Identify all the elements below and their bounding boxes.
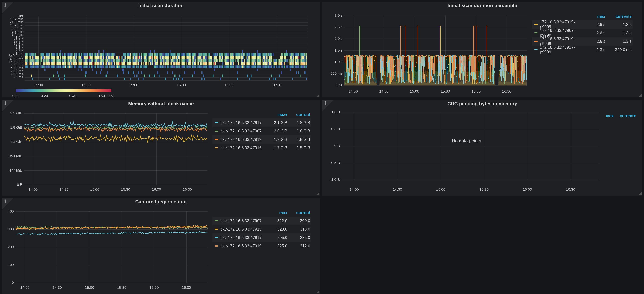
legend-series-name[interactable]: 172.16.5.33:47917-p9999 bbox=[532, 45, 584, 54]
legend-series-name[interactable]: tikv-172.16.5.33:47907 bbox=[212, 218, 268, 223]
series-current-value: 285.0 bbox=[287, 235, 311, 240]
legend-row: tikv-172.16.5.33:479191.9 GiB1.8 GiB bbox=[212, 135, 311, 144]
series-max-value: 2.6 s bbox=[584, 31, 605, 36]
series-color-swatch bbox=[215, 246, 218, 246]
legend-sort-current[interactable]: current▾ bbox=[620, 114, 636, 118]
panel-title[interactable]: Captured region count bbox=[2, 199, 320, 205]
legend-header: maxcurrent bbox=[212, 209, 311, 216]
panel-captured-region-count: i Captured region count maxcurrenttikv-1… bbox=[2, 198, 320, 294]
series-max-value: 2.6 s bbox=[584, 39, 605, 44]
series-color-swatch bbox=[215, 220, 218, 221]
legend-sort-current[interactable]: current bbox=[287, 210, 311, 215]
panel-title[interactable]: Initial scan duration percentile bbox=[322, 3, 642, 8]
legend-series-name[interactable]: 172.16.5.33:47915-p9999 bbox=[532, 20, 584, 29]
series-name-label: tikv-172.16.5.33:47915 bbox=[220, 227, 262, 232]
series-color-swatch bbox=[534, 32, 538, 34]
series-name-label: 172.16.5.33:47919-p9999 bbox=[540, 36, 584, 46]
legend-row: 172.16.5.33:47919-p99992.6 s1.3 s bbox=[532, 37, 632, 46]
series-current-value: 1.5 GiB bbox=[287, 146, 311, 150]
series-color-swatch bbox=[215, 237, 218, 238]
series-max-value: 328.0 bbox=[268, 227, 287, 232]
legend-sort-max[interactable]: max bbox=[268, 210, 287, 215]
series-current-value: 318.0 bbox=[287, 227, 311, 232]
legend-series-name[interactable]: tikv-172.16.5.33:47915 bbox=[212, 146, 268, 150]
legend-row: tikv-172.16.5.33:479151.7 GiB1.5 GiB bbox=[212, 144, 311, 152]
legend-table: maxcurrenttikv-172.16.5.33:47907322.0309… bbox=[212, 209, 311, 250]
panel-title[interactable]: Memory without block cache bbox=[2, 101, 320, 106]
legend-series-name[interactable]: tikv-172.16.5.33:47917 bbox=[212, 235, 268, 240]
panel-initial-scan-duration-percentile: Initial scan duration percentile maxcurr… bbox=[322, 2, 642, 98]
legend-table: max▾currenttikv-172.16.5.33:479172.1 GiB… bbox=[212, 111, 311, 152]
series-name-label: tikv-172.16.5.33:47907 bbox=[220, 129, 262, 134]
empty-chart-canvas[interactable] bbox=[322, 100, 642, 196]
series-max-value: 325.0 bbox=[268, 244, 287, 248]
legend-sort-current[interactable]: current bbox=[287, 112, 311, 117]
heatmap-canvas[interactable] bbox=[2, 2, 320, 98]
series-color-swatch bbox=[534, 24, 538, 25]
panel-cdc-pending-bytes: i CDC pending bytes in memory No data po… bbox=[322, 100, 642, 196]
panel-initial-scan-duration: i Initial scan duration bbox=[2, 2, 320, 98]
legend-series-name[interactable]: 172.16.5.33:47919-p9999 bbox=[532, 36, 584, 46]
legend-row: 172.16.5.33:47917-p99991.3 s320.0 ms bbox=[532, 46, 632, 54]
series-current-value: 1.8 GiB bbox=[287, 129, 311, 134]
legend-row: tikv-172.16.5.33:479072.0 GiB1.8 GiB bbox=[212, 127, 311, 135]
legend-header: max▾current bbox=[212, 111, 311, 118]
series-name-label: tikv-172.16.5.33:47917 bbox=[220, 235, 262, 240]
series-color-swatch bbox=[534, 41, 538, 42]
legend-header: maxcurrent▾ bbox=[532, 12, 632, 20]
legend-sort-max[interactable]: max▾ bbox=[268, 112, 287, 117]
legend-row: 172.16.5.33:47915-p99992.6 s1.3 s bbox=[532, 20, 632, 29]
series-name-label: 172.16.5.33:47907-p9999 bbox=[540, 28, 584, 38]
legend-series-name[interactable]: tikv-172.16.5.33:47917 bbox=[212, 120, 268, 125]
series-max-value: 2.1 GiB bbox=[268, 120, 287, 125]
legend-row: 172.16.5.33:47907-p99992.6 s1.3 s bbox=[532, 29, 632, 37]
legend-sort-max[interactable]: max bbox=[584, 14, 605, 19]
panel-title[interactable]: Initial scan duration bbox=[2, 3, 320, 8]
panel-memory-without-block-cache: i Memory without block cache max▾current… bbox=[2, 100, 320, 196]
resize-handle[interactable] bbox=[639, 94, 642, 97]
legend-series-name[interactable]: 172.16.5.33:47907-p9999 bbox=[532, 28, 584, 38]
resize-handle[interactable] bbox=[316, 290, 319, 293]
series-current-value: 1.3 s bbox=[605, 31, 632, 36]
series-max-value: 1.7 GiB bbox=[268, 146, 287, 150]
series-current-value: 320.0 ms bbox=[605, 48, 632, 52]
legend-row: tikv-172.16.5.33:47915328.0318.0 bbox=[212, 225, 311, 234]
resize-handle[interactable] bbox=[316, 192, 319, 195]
series-color-swatch bbox=[215, 147, 218, 148]
legend-series-name[interactable]: tikv-172.16.5.33:47915 bbox=[212, 227, 268, 232]
series-max-value: 1.3 s bbox=[584, 48, 605, 52]
series-name-label: tikv-172.16.5.33:47919 bbox=[220, 137, 262, 142]
legend-header: maxcurrent▾ bbox=[606, 114, 636, 118]
series-current-value: 1.8 GiB bbox=[287, 120, 311, 125]
series-current-value: 1.8 GiB bbox=[287, 137, 311, 142]
series-color-swatch bbox=[215, 122, 218, 123]
series-name-label: tikv-172.16.5.33:47919 bbox=[220, 244, 262, 248]
panel-title[interactable]: CDC pending bytes in memory bbox=[322, 101, 642, 106]
series-color-swatch bbox=[215, 229, 218, 230]
series-max-value: 2.0 GiB bbox=[268, 129, 287, 134]
legend-row: tikv-172.16.5.33:47917295.0285.0 bbox=[212, 234, 311, 242]
series-name-label: tikv-172.16.5.33:47915 bbox=[220, 146, 262, 150]
legend-row: tikv-172.16.5.33:47919325.0312.0 bbox=[212, 242, 311, 250]
grafana-dashboard: i Initial scan duration Initial scan dur… bbox=[0, 0, 644, 294]
legend-table: maxcurrent▾172.16.5.33:47915-p99992.6 s1… bbox=[532, 12, 632, 54]
legend-series-name[interactable]: tikv-172.16.5.33:47907 bbox=[212, 129, 268, 134]
series-color-swatch bbox=[215, 139, 218, 140]
legend-series-name[interactable]: tikv-172.16.5.33:47919 bbox=[212, 244, 268, 248]
series-current-value: 309.0 bbox=[287, 218, 311, 223]
series-color-swatch bbox=[534, 49, 538, 50]
series-current-value: 1.3 s bbox=[605, 39, 632, 44]
resize-handle[interactable] bbox=[639, 192, 642, 195]
legend-series-name[interactable]: tikv-172.16.5.33:47919 bbox=[212, 137, 268, 142]
legend-row: tikv-172.16.5.33:47907322.0309.0 bbox=[212, 216, 311, 225]
legend-sort-current[interactable]: current▾ bbox=[605, 14, 632, 19]
resize-handle[interactable] bbox=[316, 94, 319, 97]
series-name-label: tikv-172.16.5.33:47907 bbox=[220, 218, 262, 223]
series-max-value: 2.6 s bbox=[584, 22, 605, 27]
series-max-value: 1.9 GiB bbox=[268, 137, 287, 142]
legend-sort-max[interactable]: max bbox=[606, 114, 614, 118]
series-name-label: tikv-172.16.5.33:47917 bbox=[220, 120, 262, 125]
series-current-value: 312.0 bbox=[287, 244, 311, 248]
series-name-label: 172.16.5.33:47915-p9999 bbox=[540, 20, 584, 29]
series-current-value: 1.3 s bbox=[605, 22, 632, 27]
